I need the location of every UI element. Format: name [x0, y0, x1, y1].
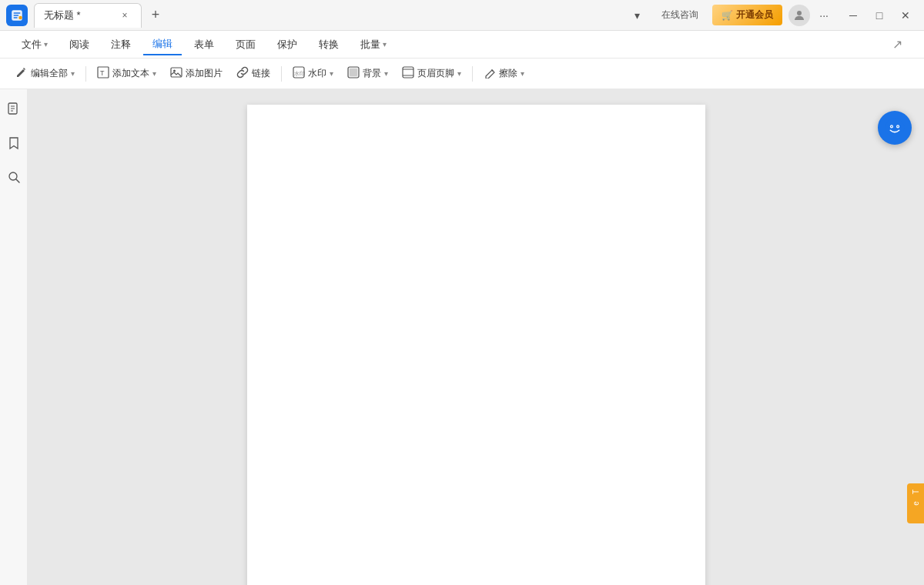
toolbar-background-button[interactable]: 背景 ▾ — [341, 63, 394, 84]
svg-text:T: T — [912, 490, 920, 494]
svg-rect-10 — [350, 69, 357, 76]
header-footer-icon — [402, 66, 414, 81]
svg-point-24 — [897, 126, 899, 128]
toolbar-erase-label: 擦除 — [499, 67, 517, 80]
menu-item-table[interactable]: 表单 — [185, 35, 223, 55]
sidebar-bookmarks-icon[interactable] — [3, 132, 25, 154]
erase-chevron: ▾ — [521, 69, 524, 78]
edit-all-icon — [15, 66, 28, 81]
tab-close-button[interactable]: × — [118, 8, 132, 22]
sidebar-search-icon[interactable] — [3, 166, 25, 188]
toolbar-sep-3 — [472, 66, 473, 82]
toolbar-sep-1 — [85, 66, 86, 82]
background-icon — [347, 66, 360, 81]
active-tab[interactable]: 无标题 * × — [34, 3, 142, 28]
svg-text:水印: 水印 — [294, 71, 305, 76]
title-dropdown-button[interactable]: ▾ — [626, 5, 648, 26]
close-window-button[interactable]: ✕ — [893, 5, 918, 26]
toolbar-watermark-label: 水印 — [308, 67, 326, 80]
sidebar-pages-icon[interactable] — [3, 99, 25, 120]
svg-text:e: e — [912, 501, 920, 506]
toolbar-add-image-label: 添加图片 — [186, 67, 223, 80]
vip-button[interactable]: 🛒 开通会员 — [712, 5, 782, 25]
right-side-float-button[interactable]: T e — [907, 483, 924, 523]
tab-bar: 无标题 * × + — [34, 3, 626, 28]
toolbar-add-image-button[interactable]: 添加图片 — [164, 63, 229, 84]
svg-point-2 — [797, 11, 802, 15]
svg-point-1 — [18, 15, 22, 19]
toolbar-link-button[interactable]: 链接 — [230, 63, 276, 84]
svg-point-23 — [891, 126, 892, 128]
new-tab-button[interactable]: + — [145, 5, 166, 26]
link-icon — [236, 66, 249, 81]
menu-item-convert[interactable]: 转换 — [310, 35, 348, 55]
title-bar: 无标题 * × + ▾ 在线咨询 🛒 开通会员 ··· ─ □ ✕ — [0, 0, 924, 31]
user-avatar-button[interactable] — [788, 5, 810, 26]
file-menu-arrow: ▾ — [44, 40, 48, 48]
batch-menu-arrow: ▾ — [383, 40, 387, 48]
toolbar-add-text-button[interactable]: T 添加文本 ▾ — [91, 63, 162, 84]
toolbar-erase-button[interactable]: 擦除 ▾ — [477, 63, 531, 84]
menu-item-read[interactable]: 阅读 — [60, 35, 99, 55]
menu-item-edit[interactable]: 编辑 — [143, 34, 182, 55]
add-text-icon: T — [97, 66, 109, 81]
menu-bar: 文件 ▾ 阅读 注释 编辑 表单 页面 保护 转换 批量 ▾ ↗ — [0, 31, 924, 58]
maximize-button[interactable]: □ — [867, 5, 892, 26]
svg-text:T: T — [100, 69, 105, 77]
more-options-button[interactable]: ··· — [816, 6, 832, 25]
watermark-icon: 水印 — [293, 66, 305, 81]
toolbar: 编辑全部 ▾ T 添加文本 ▾ 添加图片 链接 水印 水印 ▾ 背景 — [0, 58, 924, 89]
background-chevron: ▾ — [384, 69, 388, 78]
menu-item-annotate[interactable]: 注释 — [102, 35, 140, 55]
toolbar-sep-2 — [281, 66, 282, 82]
toolbar-link-label: 链接 — [252, 67, 270, 80]
app-logo — [6, 5, 28, 26]
vip-icon: 🛒 — [721, 10, 733, 21]
svg-point-6 — [173, 70, 176, 72]
main-area: T e — [0, 89, 924, 585]
svg-rect-11 — [403, 67, 413, 78]
minimize-button[interactable]: ─ — [841, 5, 865, 26]
pdf-page — [247, 105, 705, 585]
vip-label: 开通会员 — [736, 8, 773, 22]
left-sidebar — [0, 89, 28, 585]
toolbar-add-text-label: 添加文本 — [112, 67, 149, 80]
toolbar-edit-all-button[interactable]: 编辑全部 ▾ — [9, 63, 81, 84]
header-footer-chevron: ▾ — [457, 69, 461, 78]
add-image-icon — [170, 66, 182, 81]
svg-line-19 — [16, 179, 19, 182]
svg-point-20 — [886, 119, 904, 137]
window-controls: ─ □ ✕ — [841, 5, 918, 26]
menu-item-protect[interactable]: 保护 — [268, 35, 306, 55]
toolbar-header-footer-button[interactable]: 页眉页脚 ▾ — [396, 63, 467, 84]
floating-assistant-button[interactable] — [878, 111, 912, 145]
external-link-button[interactable]: ↗ — [883, 34, 912, 55]
edit-all-chevron: ▾ — [71, 69, 75, 78]
toolbar-watermark-button[interactable]: 水印 水印 ▾ — [286, 63, 340, 84]
toolbar-header-footer-label: 页眉页脚 — [417, 67, 454, 80]
content-area[interactable]: T e — [28, 89, 924, 585]
title-bar-right: ▾ 在线咨询 🛒 开通会员 ··· ─ □ ✕ — [626, 5, 918, 26]
menu-item-page[interactable]: 页面 — [226, 35, 265, 55]
toolbar-edit-all-label: 编辑全部 — [31, 67, 68, 80]
erase-icon — [484, 66, 496, 81]
menu-item-file[interactable]: 文件 ▾ — [12, 35, 57, 55]
watermark-chevron: ▾ — [330, 69, 333, 78]
online-consult-button[interactable]: 在线咨询 — [654, 5, 706, 25]
add-text-chevron: ▾ — [152, 69, 156, 78]
tab-title: 无标题 * — [44, 8, 113, 22]
menu-item-batch[interactable]: 批量 ▾ — [351, 35, 396, 55]
toolbar-background-label: 背景 — [363, 67, 381, 80]
